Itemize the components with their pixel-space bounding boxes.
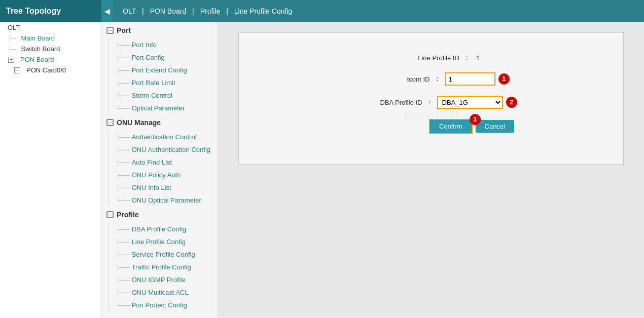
form-row-dba-profile: DBA Profile ID ： DBA_1G DBA_2G DBA_5G DB… xyxy=(249,96,613,109)
nav-section-port: ─ Port xyxy=(101,22,218,38)
form-row-tcont-id: tcont ID ： 1 xyxy=(249,72,613,86)
port-section-toggle[interactable]: ─ xyxy=(106,27,114,34)
pon-card-label: PON Card0/0 xyxy=(26,66,66,74)
breadcrumb: OLT | PON Board | Profile | Line Profile… xyxy=(113,7,302,15)
nav-item-port-config[interactable]: ├──Port Config xyxy=(101,51,218,64)
nav-item-traffic-profile-config[interactable]: ├──Traffic Profile Config xyxy=(101,261,218,273)
nav-item-auto-find-list[interactable]: ├──Auto Find List xyxy=(101,156,218,169)
app-title: Tree Topology xyxy=(0,0,101,22)
onu-section-toggle[interactable]: ─ xyxy=(106,119,114,126)
cancel-button[interactable]: Cancel xyxy=(476,120,514,133)
line-profile-id-colon: ： xyxy=(463,53,470,62)
dba-profile-colon: ： xyxy=(426,98,433,107)
nav-item-pon-protect-config[interactable]: └──Pon Protect Config xyxy=(101,299,218,311)
nav-section-profile: ─ Profile xyxy=(101,207,218,223)
breadcrumb-line-profile-config[interactable]: Line Profile Config xyxy=(234,7,292,15)
nav-section-onu: ─ ONU Manage xyxy=(101,114,218,131)
sidebar-item-olt[interactable]: OLT xyxy=(0,22,101,33)
breadcrumb-sep-1: | xyxy=(142,7,146,15)
nav-panel: ─ Port ├──Port Info ├──Port Config ├──Po… xyxy=(101,22,218,318)
main-board-label: Main Board xyxy=(21,34,55,42)
breadcrumb-profile[interactable]: Profile xyxy=(200,7,221,15)
content-area: Line Profile ID ： 1 tcont ID ： 1 DBA Pro… xyxy=(218,22,644,318)
sidebar-item-pon-board[interactable]: + PON Board xyxy=(0,54,101,65)
dba-profile-select[interactable]: DBA_1G DBA_2G DBA_5G DBA_10G xyxy=(437,96,503,109)
nav-item-onu-igmp-profile[interactable]: ├──ONU IGMP Profile xyxy=(101,273,218,286)
nav-item-storm-control[interactable]: ├──Storm Control xyxy=(101,89,218,102)
sidebar-item-switch-board[interactable]: ├─ Switch Board xyxy=(0,44,101,54)
sidebar: OLT ├─ Main Board ├─ Switch Board + PON … xyxy=(0,22,101,318)
connector-main: ├─ xyxy=(8,35,16,42)
tcont-id-input[interactable] xyxy=(445,72,495,86)
tcont-badge: 1 xyxy=(498,73,510,85)
switch-board-label: Switch Board xyxy=(21,45,60,53)
breadcrumb-olt[interactable]: OLT xyxy=(123,7,136,15)
sidebar-item-main-board[interactable]: ├─ Main Board xyxy=(0,33,101,44)
dba-profile-id-label: DBA Profile ID xyxy=(345,99,426,106)
form-card: Line Profile ID ： 1 tcont ID ： 1 DBA Pro… xyxy=(238,32,624,165)
confirm-button[interactable]: Confirm xyxy=(429,119,473,134)
nav-item-port-info[interactable]: ├──Port Info xyxy=(101,38,218,51)
sidebar-item-pon-card[interactable]: ─ PON Card0/0 xyxy=(0,65,101,75)
line-profile-id-label: Line Profile ID xyxy=(382,54,463,62)
nav-item-dba-profile-config[interactable]: ├──DBA Profile Config xyxy=(101,223,218,235)
nav-item-service-profile-config[interactable]: ├──Service Profile Config xyxy=(101,248,218,261)
collapse-button[interactable]: ◀ xyxy=(101,0,113,22)
nav-item-onu-multicast-acl[interactable]: ├──ONU Multicast ACL xyxy=(101,286,218,299)
form-row-buttons: Confirm 3 Cancel xyxy=(249,119,613,134)
tcont-id-label: tcont ID xyxy=(353,75,434,83)
profile-section-toggle[interactable]: ─ xyxy=(106,211,114,218)
port-section-label: Port xyxy=(117,26,131,34)
nav-item-line-profile-config[interactable]: ├──Line Profile Config xyxy=(101,235,218,248)
connector-switch: ├─ xyxy=(8,46,16,52)
nav-item-optical-parameter[interactable]: └──Optical Parameter xyxy=(101,102,218,114)
breadcrumb-pon-board[interactable]: PON Board xyxy=(150,7,187,15)
pon-board-label: PON Board xyxy=(20,56,54,63)
tcont-id-colon: ： xyxy=(434,74,441,84)
nav-item-onu-policy-auth[interactable]: ├──ONU Policy Auth xyxy=(101,169,218,181)
line-profile-id-value: 1 xyxy=(476,54,480,62)
profile-section-label: Profile xyxy=(117,211,139,219)
nav-item-onu-optical-parameter[interactable]: └──ONU Optical Parameter xyxy=(101,194,218,207)
expand-pon-card[interactable]: ─ xyxy=(14,67,20,73)
form-row-line-profile-id: Line Profile ID ： 1 xyxy=(249,53,613,62)
onu-section-label: ONU Manage xyxy=(117,118,161,127)
nav-item-port-extend-config[interactable]: ├──Port Extend Config xyxy=(101,64,218,76)
collapse-icon: ◀ xyxy=(104,7,110,15)
nav-item-port-rate-limit[interactable]: ├──Port Rate Limit xyxy=(101,76,218,89)
nav-item-onu-auth-config[interactable]: ├──ONU Authentication Config xyxy=(101,143,218,156)
nav-item-onu-info-list[interactable]: ├──ONU Info List xyxy=(101,181,218,194)
expand-pon[interactable]: + xyxy=(8,57,14,63)
title-text: Tree Topology xyxy=(6,7,61,16)
dba-badge: 2 xyxy=(506,97,517,108)
olt-label: OLT xyxy=(8,24,20,31)
breadcrumb-sep-2: | xyxy=(192,7,196,15)
nav-item-auth-control[interactable]: ├──Authentication Control xyxy=(101,131,218,143)
confirm-badge: 3 xyxy=(470,114,481,125)
breadcrumb-sep-3: | xyxy=(226,7,230,15)
